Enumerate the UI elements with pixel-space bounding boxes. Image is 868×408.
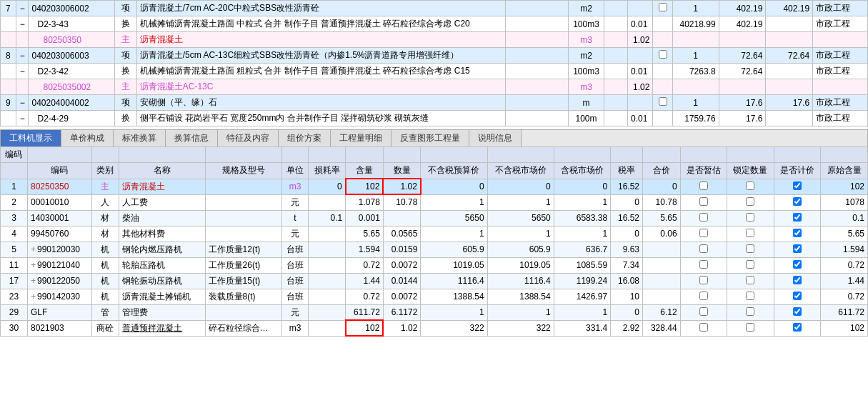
cell-market-tax-in: 1426.97 xyxy=(554,289,610,304)
cell-unit: 元 xyxy=(281,194,309,210)
lock-checkbox[interactable] xyxy=(746,244,754,253)
lock-checkbox[interactable] xyxy=(746,229,754,237)
table-row: 5 +990120030 机 钢轮内燃压路机 工作质量12(t) 台班 1.59… xyxy=(1,242,868,257)
item-unit: 100m3 xyxy=(568,16,604,32)
cell-name: 沥青混凝土摊铺机 xyxy=(119,289,205,304)
expand-icon[interactable]: − xyxy=(16,111,29,126)
cell-est[interactable] xyxy=(680,210,727,226)
cell-est[interactable] xyxy=(680,273,727,289)
price-yn-checkbox[interactable] xyxy=(793,213,802,222)
cell-code: +990121040 xyxy=(27,257,91,273)
tab-gongliaoji[interactable]: 工料机显示 xyxy=(1,130,61,146)
lock-checkbox[interactable] xyxy=(746,323,754,332)
tab-zujiafangan[interactable]: 组价方案 xyxy=(279,130,331,146)
tab-gongchengliang[interactable]: 工程量明细 xyxy=(331,130,391,146)
cell-est[interactable] xyxy=(680,226,727,242)
lock-checkbox[interactable] xyxy=(746,197,754,206)
cell-unit: 元 xyxy=(281,304,309,320)
lock-checkbox[interactable] xyxy=(746,260,754,269)
cell-lock[interactable] xyxy=(727,289,774,304)
expand-icon[interactable]: − xyxy=(16,95,29,111)
cell-lock[interactable] xyxy=(727,273,774,289)
cell-price-tax-ex: 1116.4 xyxy=(421,273,487,289)
cell-lock[interactable] xyxy=(727,179,774,194)
cell-price-yn[interactable] xyxy=(774,320,821,336)
lock-checkbox[interactable] xyxy=(746,213,754,222)
cell-est[interactable] xyxy=(680,194,727,210)
est-checkbox[interactable] xyxy=(699,276,708,284)
item-price2 xyxy=(766,64,813,79)
lock-checkbox[interactable] xyxy=(746,181,754,190)
cell-price-yn[interactable] xyxy=(774,194,821,210)
expand-icon[interactable]: − xyxy=(16,16,29,32)
item-unit: m2 xyxy=(568,48,604,64)
tab-tezheng[interactable]: 特征及内容 xyxy=(218,130,279,146)
cell-type: 商砼 xyxy=(91,320,119,336)
expand-icon[interactable]: − xyxy=(16,64,29,79)
price-yn-checkbox[interactable] xyxy=(793,244,802,253)
tab-huansuanxinxi[interactable]: 换算信息 xyxy=(166,130,218,146)
checkbox[interactable] xyxy=(659,50,667,59)
cell-est[interactable] xyxy=(680,242,727,257)
cell-price-yn[interactable] xyxy=(774,304,821,320)
cell-est[interactable] xyxy=(680,179,727,194)
table-row: 3 14030001 材 柴油 t 0.1 0.001 5650 5650 65… xyxy=(1,210,868,226)
price-yn-checkbox[interactable] xyxy=(793,197,802,206)
item-checkbox[interactable] xyxy=(653,48,672,64)
cell-lock[interactable] xyxy=(727,320,774,336)
item-checkbox[interactable] xyxy=(653,1,672,16)
cell-est[interactable] xyxy=(680,257,727,273)
cell-price-yn[interactable] xyxy=(774,289,821,304)
cell-price-yn[interactable] xyxy=(774,210,821,226)
est-checkbox[interactable] xyxy=(699,197,708,206)
checkbox[interactable] xyxy=(659,97,667,106)
item-count: 1 xyxy=(672,95,719,111)
cell-spec: 工作质量26(t) xyxy=(205,257,281,273)
item-qty: 1.02 xyxy=(627,79,652,95)
cell-price-yn[interactable] xyxy=(774,226,821,242)
price-yn-checkbox[interactable] xyxy=(793,307,802,316)
expand-icon[interactable]: − xyxy=(16,48,29,64)
item-loss xyxy=(604,16,628,32)
cell-price-yn[interactable] xyxy=(774,179,821,194)
lock-checkbox[interactable] xyxy=(746,307,754,316)
item-type: 换 xyxy=(115,64,137,79)
cell-lock[interactable] xyxy=(727,226,774,242)
est-checkbox[interactable] xyxy=(699,181,708,190)
item-checkbox[interactable] xyxy=(653,95,672,111)
price-yn-checkbox[interactable] xyxy=(793,181,802,190)
expand-icon[interactable]: − xyxy=(16,1,29,16)
checkbox[interactable] xyxy=(659,3,667,11)
item-loss xyxy=(604,32,628,48)
cell-est[interactable] xyxy=(680,289,727,304)
lock-checkbox[interactable] xyxy=(746,276,754,284)
est-checkbox[interactable] xyxy=(699,323,708,332)
price-yn-checkbox[interactable] xyxy=(793,229,802,237)
cell-lock[interactable] xyxy=(727,304,774,320)
price-yn-checkbox[interactable] xyxy=(793,292,802,300)
est-checkbox[interactable] xyxy=(699,307,708,316)
tab-biaozhunhuansuan[interactable]: 标准换算 xyxy=(114,130,166,146)
cell-seq: 5 xyxy=(1,242,28,257)
cell-price-yn[interactable] xyxy=(774,242,821,257)
cell-lock[interactable] xyxy=(727,210,774,226)
est-checkbox[interactable] xyxy=(699,292,708,300)
est-checkbox[interactable] xyxy=(699,213,708,222)
tab-danjiagoucheng[interactable]: 单价构成 xyxy=(61,130,114,146)
cell-lock[interactable] xyxy=(727,194,774,210)
cell-est[interactable] xyxy=(680,320,727,336)
cell-price-yn[interactable] xyxy=(774,257,821,273)
cell-est[interactable] xyxy=(680,304,727,320)
tab-shuoming[interactable]: 说明信息 xyxy=(469,130,522,146)
price-yn-checkbox[interactable] xyxy=(793,260,802,269)
price-yn-checkbox[interactable] xyxy=(793,323,802,332)
tab-fancha[interactable]: 反查图形工程量 xyxy=(391,130,469,146)
cell-price-yn[interactable] xyxy=(774,273,821,289)
cell-lock[interactable] xyxy=(727,257,774,273)
lock-checkbox[interactable] xyxy=(746,292,754,300)
cell-lock[interactable] xyxy=(727,242,774,257)
price-yn-checkbox[interactable] xyxy=(793,276,802,284)
est-checkbox[interactable] xyxy=(699,229,708,237)
est-checkbox[interactable] xyxy=(699,260,708,269)
est-checkbox[interactable] xyxy=(699,244,708,253)
